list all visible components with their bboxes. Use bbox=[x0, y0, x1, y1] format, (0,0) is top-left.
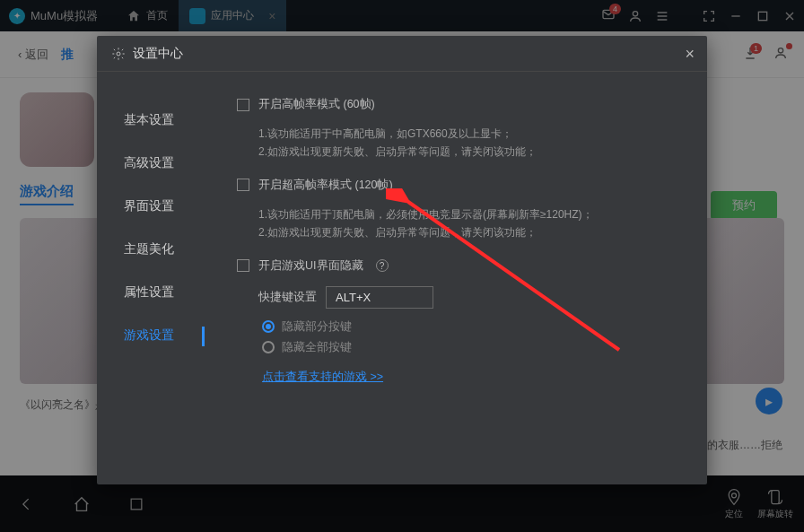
nav-game[interactable]: 游戏设置 bbox=[97, 314, 205, 357]
settings-sidenav: 基本设置 高级设置 界面设置 主题美化 属性设置 游戏设置 bbox=[97, 72, 205, 484]
close-modal-button[interactable]: × bbox=[685, 45, 695, 64]
supported-games-link[interactable]: 点击查看支持的游戏 >> bbox=[262, 370, 383, 385]
hideui-label: 开启游戏UI界面隐藏 bbox=[258, 258, 363, 274]
radio-all-label: 隐藏全部按键 bbox=[282, 340, 352, 355]
hideui-checkbox[interactable] bbox=[237, 259, 249, 272]
nav-attr[interactable]: 属性设置 bbox=[97, 271, 205, 314]
hfr-checkbox[interactable] bbox=[237, 99, 249, 111]
uhfr-note2: 2.如游戏出现更新失败、启动异常等问题，请关闭该功能； bbox=[258, 223, 686, 241]
radio-all[interactable] bbox=[262, 341, 275, 353]
nav-theme[interactable]: 主题美化 bbox=[97, 228, 205, 271]
nav-advanced[interactable]: 高级设置 bbox=[97, 142, 205, 185]
uhfr-label: 开启超高帧率模式 (120帧) bbox=[258, 178, 393, 193]
uhfr-note1: 1.该功能适用于顶配电脑，必须使用电竞显示器(屏幕刷新率≥120HZ)； bbox=[258, 205, 686, 223]
hfr-note2: 2.如游戏出现更新失败、启动异常等问题，请关闭该功能； bbox=[258, 143, 686, 161]
shortcut-label: 快捷键设置 bbox=[258, 290, 317, 305]
settings-modal: 设置中心 × 基本设置 高级设置 界面设置 主题美化 属性设置 游戏设置 开启高… bbox=[97, 36, 707, 484]
hfr-note1: 1.该功能适用于中高配电脑，如GTX660及以上显卡； bbox=[258, 125, 686, 143]
gear-icon bbox=[111, 47, 126, 61]
modal-title: 设置中心 bbox=[133, 46, 183, 62]
shortcut-input[interactable] bbox=[326, 286, 433, 309]
nav-basic[interactable]: 基本设置 bbox=[97, 99, 205, 142]
help-icon[interactable]: ? bbox=[376, 259, 389, 272]
nav-ui[interactable]: 界面设置 bbox=[97, 185, 205, 228]
uhfr-checkbox[interactable] bbox=[237, 179, 249, 191]
radio-partial-label: 隐藏部分按键 bbox=[282, 319, 352, 335]
svg-point-7 bbox=[117, 52, 120, 56]
hfr-label: 开启高帧率模式 (60帧) bbox=[258, 97, 375, 112]
radio-partial[interactable] bbox=[262, 320, 275, 333]
